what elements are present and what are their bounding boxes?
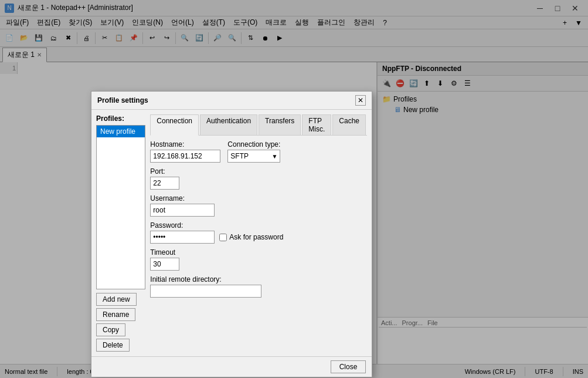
profile-settings-dialog: Profile settings ✕ Profiles: New profile… bbox=[91, 91, 372, 377]
tab-cache[interactable]: Cache bbox=[332, 114, 366, 135]
timeout-input[interactable] bbox=[150, 258, 179, 271]
tab-transfers[interactable]: Transfers bbox=[259, 114, 301, 135]
port-row: Port: bbox=[150, 167, 367, 190]
add-new-button[interactable]: Add new bbox=[96, 293, 137, 306]
dialog-title: Profile settings bbox=[97, 96, 148, 104]
settings-tabs: Connection Authentication Transfers FTP … bbox=[150, 114, 367, 136]
dialog-close-x-button[interactable]: ✕ bbox=[355, 95, 366, 106]
port-input[interactable] bbox=[150, 177, 179, 190]
hostname-input[interactable] bbox=[150, 150, 220, 163]
profiles-section: Profiles: New profile Add new Rename Cop… bbox=[96, 114, 145, 352]
profile-list-item-new[interactable]: New profile bbox=[97, 126, 145, 137]
remote-dir-input[interactable] bbox=[150, 285, 261, 298]
connection-form: Hostname: Connection type: SFTP ▼ bbox=[150, 140, 367, 302]
profiles-label: Profiles: bbox=[96, 114, 145, 123]
conntype-arrow-icon: ▼ bbox=[271, 153, 277, 160]
rename-button[interactable]: Rename bbox=[96, 308, 135, 321]
settings-section: Connection Authentication Transfers FTP … bbox=[150, 114, 367, 352]
dialog-footer: Close bbox=[91, 356, 372, 377]
modal-overlay: Profile settings ✕ Profiles: New profile… bbox=[0, 0, 588, 378]
hostname-col: Hostname: bbox=[150, 140, 220, 163]
tab-authentication[interactable]: Authentication bbox=[200, 114, 257, 135]
password-input[interactable] bbox=[150, 231, 215, 244]
password-label: Password: bbox=[150, 221, 367, 230]
close-dialog-button[interactable]: Close bbox=[331, 360, 366, 373]
hostname-label: Hostname: bbox=[150, 140, 220, 148]
username-row: Username: bbox=[150, 194, 367, 217]
profiles-buttons: Add new Rename Copy Delete bbox=[96, 293, 145, 352]
dialog-body: Profiles: New profile Add new Rename Cop… bbox=[91, 110, 372, 356]
ask-password-checkbox[interactable] bbox=[219, 234, 227, 241]
delete-button[interactable]: Delete bbox=[96, 339, 130, 352]
conntype-col: Connection type: SFTP ▼ bbox=[227, 140, 280, 163]
username-input[interactable] bbox=[150, 204, 215, 217]
remote-dir-row: Initial remote directory: bbox=[150, 275, 367, 298]
profiles-list[interactable]: New profile bbox=[96, 125, 145, 289]
ask-password-label: Ask for password bbox=[229, 233, 283, 241]
username-label: Username: bbox=[150, 194, 367, 203]
port-label: Port: bbox=[150, 167, 367, 176]
conntype-label: Connection type: bbox=[227, 140, 280, 148]
timeout-row: Timeout bbox=[150, 248, 367, 271]
remote-dir-label: Initial remote directory: bbox=[150, 275, 367, 284]
conntype-select[interactable]: SFTP ▼ bbox=[227, 150, 280, 163]
password-row: Password: Ask for password bbox=[150, 221, 367, 244]
dialog-title-bar: Profile settings ✕ bbox=[91, 92, 372, 110]
tab-connection[interactable]: Connection bbox=[150, 114, 199, 136]
hostname-conntype-row: Hostname: Connection type: SFTP ▼ bbox=[150, 140, 367, 163]
timeout-label: Timeout bbox=[150, 248, 367, 256]
conntype-value: SFTP bbox=[230, 152, 249, 160]
tab-ftp-misc[interactable]: FTP Misc. bbox=[302, 114, 331, 135]
copy-button[interactable]: Copy bbox=[96, 323, 125, 336]
ask-password-row: Ask for password bbox=[219, 233, 283, 241]
